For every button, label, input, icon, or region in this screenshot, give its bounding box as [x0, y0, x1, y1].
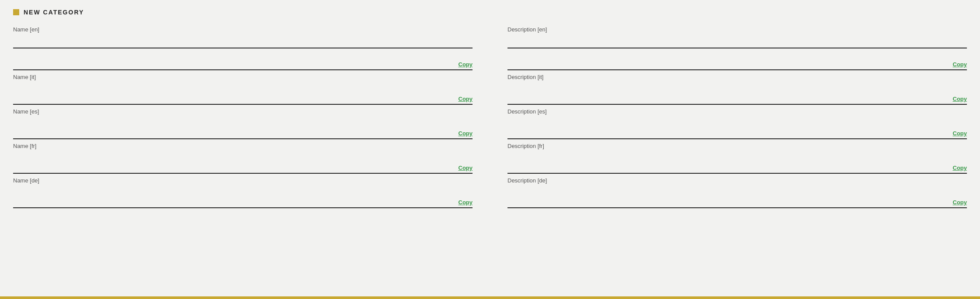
copy-desc-it-button[interactable]: Copy	[953, 61, 967, 68]
field-name-es: Copy Name [es]	[13, 92, 473, 122]
page-container: NEW CATEGORY Name [en] Copy Name [it]	[0, 0, 980, 299]
label-desc-fr: Description [fr]	[507, 143, 967, 149]
field-name-en: Name [en]	[13, 26, 473, 53]
input-wrapper-name-fr: Copy	[13, 126, 473, 139]
input-wrapper-name-it: Copy	[13, 57, 473, 70]
input-wrapper-desc-de: Copy	[507, 161, 967, 174]
input-wrapper-desc-en	[507, 35, 967, 48]
input-wrapper-desc-extra: Copy	[507, 195, 967, 208]
field-name-fr: Copy Name [fr]	[13, 126, 473, 156]
input-name-es[interactable]	[13, 92, 454, 102]
field-desc-en: Description [en]	[507, 26, 967, 53]
label-name-es: Name [es]	[13, 108, 473, 115]
field-desc-extra: Copy	[507, 195, 967, 213]
input-wrapper-name-de: Copy	[13, 161, 473, 174]
label-desc-es: Description [es]	[507, 108, 967, 115]
field-desc-it: Copy Description [it]	[507, 57, 967, 87]
copy-name-de-button[interactable]: Copy	[459, 165, 473, 171]
input-wrapper-desc-fr: Copy	[507, 126, 967, 139]
input-name-fr[interactable]	[13, 126, 454, 137]
field-desc-fr: Copy Description [fr]	[507, 126, 967, 156]
label-name-it: Name [it]	[13, 74, 473, 80]
page-header: NEW CATEGORY	[13, 9, 967, 16]
input-desc-extra[interactable]	[507, 195, 949, 206]
input-wrapper-name-en	[13, 35, 473, 48]
input-wrapper-name-extra: Copy	[13, 195, 473, 208]
right-column: Description [en] Copy Description [it] C…	[490, 26, 967, 217]
copy-name-it-button[interactable]: Copy	[459, 61, 473, 68]
form-container: Name [en] Copy Name [it] Copy Nam	[13, 26, 967, 217]
input-desc-it[interactable]	[507, 57, 949, 68]
category-icon	[13, 9, 19, 15]
copy-desc-es-button[interactable]: Copy	[953, 96, 967, 102]
left-column: Name [en] Copy Name [it] Copy Nam	[13, 26, 490, 217]
label-desc-en: Description [en]	[507, 26, 967, 33]
field-desc-de: Copy Description [de]	[507, 161, 967, 191]
label-desc-it: Description [it]	[507, 74, 967, 80]
bottom-bar	[0, 296, 980, 299]
input-name-de[interactable]	[13, 161, 454, 171]
input-name-extra[interactable]	[13, 195, 454, 206]
label-name-fr: Name [fr]	[13, 143, 473, 149]
field-name-extra: Copy	[13, 195, 473, 213]
label-desc-de: Description [de]	[507, 177, 967, 184]
copy-desc-de-button[interactable]: Copy	[953, 165, 967, 171]
field-name-it: Copy Name [it]	[13, 57, 473, 87]
field-name-de: Copy Name [de]	[13, 161, 473, 191]
input-wrapper-name-es: Copy	[13, 92, 473, 105]
copy-name-fr-button[interactable]: Copy	[459, 130, 473, 137]
input-wrapper-desc-es: Copy	[507, 92, 967, 105]
field-desc-es: Copy Description [es]	[507, 92, 967, 122]
input-desc-es[interactable]	[507, 92, 949, 102]
input-desc-fr[interactable]	[507, 126, 949, 137]
input-desc-en[interactable]	[507, 35, 967, 46]
copy-desc-fr-button[interactable]: Copy	[953, 130, 967, 137]
input-wrapper-desc-it: Copy	[507, 57, 967, 70]
input-desc-de[interactable]	[507, 161, 949, 171]
label-name-de: Name [de]	[13, 177, 473, 184]
page-title: NEW CATEGORY	[24, 9, 84, 16]
copy-name-extra-button[interactable]: Copy	[459, 199, 473, 206]
label-name-en: Name [en]	[13, 26, 473, 33]
input-name-en[interactable]	[13, 35, 473, 46]
copy-name-es-button[interactable]: Copy	[459, 96, 473, 102]
copy-desc-extra-button[interactable]: Copy	[953, 199, 967, 206]
input-name-it[interactable]	[13, 57, 454, 68]
